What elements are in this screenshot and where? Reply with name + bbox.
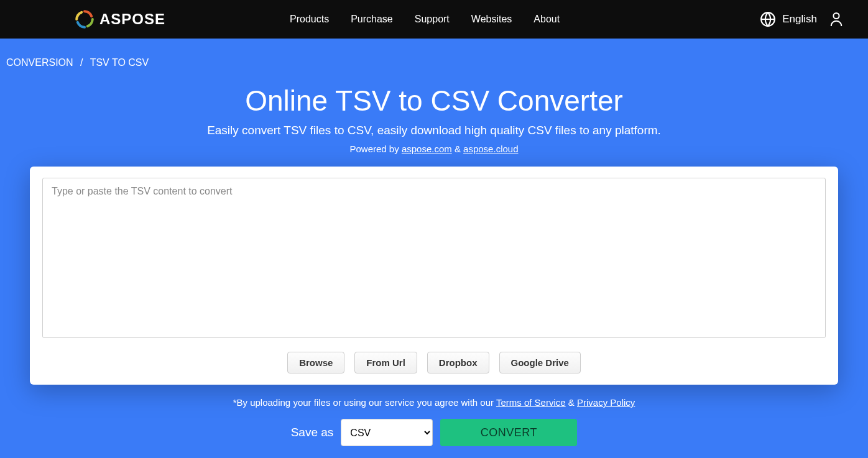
breadcrumb: CONVERSION / TSV TO CSV: [6, 51, 862, 84]
nav-purchase[interactable]: Purchase: [351, 14, 393, 25]
language-selector[interactable]: English: [760, 11, 817, 27]
google-drive-button[interactable]: Google Drive: [499, 352, 581, 373]
svg-point-2: [833, 13, 839, 19]
terms-pp-link[interactable]: Privacy Policy: [577, 397, 635, 408]
format-select[interactable]: CSV: [341, 419, 433, 446]
brand-name: ASPOSE: [99, 11, 165, 28]
main-section: CONVERSION / TSV TO CSV Online TSV to CS…: [0, 39, 868, 458]
powered-link-cloud[interactable]: aspose.cloud: [463, 144, 518, 154]
terms-prefix: *By uploading your files or using our se…: [233, 397, 496, 408]
save-as-label: Save as: [291, 426, 334, 439]
breadcrumb-sep: /: [80, 57, 83, 68]
nav-products[interactable]: Products: [290, 14, 329, 25]
page-subtitle: Easily convert TSV files to CSV, easily …: [6, 124, 862, 137]
tsv-input[interactable]: [42, 178, 826, 338]
nav-support[interactable]: Support: [415, 14, 450, 25]
header-right: English: [760, 11, 843, 27]
source-buttons: Browse From Url Dropbox Google Drive: [42, 352, 826, 373]
logo[interactable]: ASPOSE: [75, 9, 165, 29]
nav-websites[interactable]: Websites: [471, 14, 512, 25]
powered-prefix: Powered by: [349, 144, 401, 154]
powered-amp: &: [452, 144, 463, 154]
save-row: Save as CSV CONVERT: [6, 419, 862, 446]
user-icon[interactable]: [829, 11, 843, 27]
convert-button[interactable]: CONVERT: [440, 419, 577, 446]
breadcrumb-current: TSV TO CSV: [90, 57, 149, 68]
terms-amp: &: [566, 397, 577, 408]
browse-button[interactable]: Browse: [287, 352, 344, 373]
powered-link-aspose[interactable]: aspose.com: [402, 144, 452, 154]
page-title: Online TSV to CSV Converter: [6, 84, 862, 117]
aspose-logo-icon: [75, 9, 95, 29]
nav-about[interactable]: About: [533, 14, 560, 25]
terms-text: *By uploading your files or using our se…: [6, 397, 862, 408]
from-url-button[interactable]: From Url: [354, 352, 417, 373]
breadcrumb-conversion[interactable]: CONVERSION: [6, 57, 73, 68]
globe-icon: [760, 11, 776, 27]
powered-by: Powered by aspose.com & aspose.cloud: [6, 144, 862, 154]
main-nav: Products Purchase Support Websites About: [290, 14, 560, 25]
converter-card: Browse From Url Dropbox Google Drive: [30, 167, 838, 385]
dropbox-button[interactable]: Dropbox: [427, 352, 489, 373]
terms-tos-link[interactable]: Terms of Service: [496, 397, 566, 408]
language-label: English: [782, 13, 817, 25]
header: ASPOSE Products Purchase Support Website…: [0, 0, 868, 39]
